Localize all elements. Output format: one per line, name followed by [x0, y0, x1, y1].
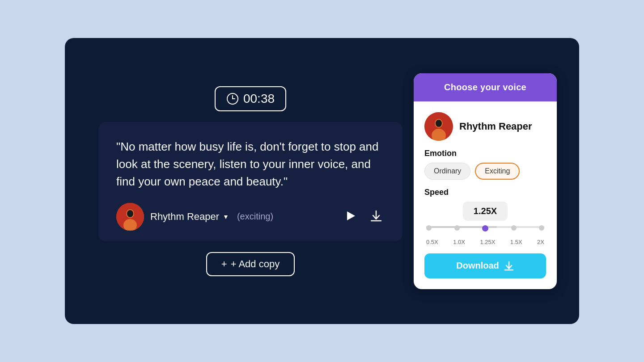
footer-voice-name[interactable]: Rhythm Reaper ▼ — [150, 211, 229, 223]
play-button[interactable] — [343, 208, 359, 225]
chevron-icon: ▼ — [223, 213, 229, 220]
panel-body: Rhythm Reaper Emotion Ordinary Exciting … — [414, 101, 557, 289]
speed-display: 1.25X — [424, 202, 546, 221]
emotion-buttons: Ordinary Exciting — [424, 163, 546, 180]
download-small-icon — [369, 209, 383, 223]
right-panel-voice-name: Rhythm Reaper — [459, 121, 532, 132]
panel-header-title: Choose your voice — [444, 82, 526, 92]
timer-display: 00:38 — [243, 92, 275, 106]
speed-label-1.5x: 1.5X — [510, 239, 522, 245]
svg-rect-11 — [436, 121, 441, 124]
speed-title: Speed — [424, 188, 546, 197]
voice-selector[interactable]: Rhythm Reaper — [424, 112, 546, 141]
download-small-button[interactable] — [368, 207, 385, 226]
speed-dots — [426, 225, 544, 232]
speed-section: Speed 1.25X 0.5X — [424, 188, 546, 245]
timer-badge: 00:38 — [215, 86, 286, 111]
panel-header: Choose your voice — [414, 73, 557, 101]
main-container: 00:38 "No matter how busy life is, don't… — [65, 38, 579, 324]
speed-value: 1.25X — [463, 202, 508, 221]
clock-icon — [226, 93, 239, 105]
download-icon — [504, 261, 514, 271]
emotion-tag: (exciting) — [237, 211, 273, 222]
speed-slider[interactable]: 0.5X 1.0X 1.25X 1.5X 2X — [424, 226, 546, 245]
exciting-button[interactable]: Exciting — [475, 163, 520, 180]
quote-text: "No matter how busy life is, don't forge… — [116, 138, 385, 190]
speed-label-1.25x: 1.25X — [480, 239, 495, 245]
left-panel: 00:38 "No matter how busy life is, don't… — [87, 86, 414, 276]
quote-card: "No matter how busy life is, don't forge… — [98, 122, 402, 241]
avatar-figure-large — [424, 112, 453, 141]
avatar-figure-small — [116, 203, 144, 231]
svg-rect-5 — [128, 212, 132, 215]
speed-dot-1.0 — [454, 225, 460, 231]
svg-marker-6 — [347, 211, 355, 220]
download-label: Download — [456, 261, 499, 271]
speed-dot-1.5 — [511, 225, 517, 231]
emotion-title: Emotion — [424, 149, 546, 158]
add-copy-button[interactable]: + + Add copy — [206, 252, 295, 276]
play-icon — [344, 210, 357, 222]
speed-label-0.5x: 0.5X — [426, 239, 438, 245]
speed-dot-1.25 — [482, 225, 488, 232]
avatar-large — [424, 112, 453, 141]
speed-labels: 0.5X 1.0X 1.25X 1.5X 2X — [426, 239, 544, 245]
avatar-small — [116, 203, 144, 231]
right-panel: Choose your voice Rhythm Reaper Emotion — [414, 73, 557, 289]
speed-dot-2.0 — [539, 225, 544, 231]
speed-label-2x: 2X — [537, 239, 544, 245]
emotion-section: Emotion Ordinary Exciting — [424, 149, 546, 180]
speed-dot-0.5 — [426, 225, 432, 231]
download-button[interactable]: Download — [424, 253, 546, 278]
ordinary-button[interactable]: Ordinary — [424, 163, 470, 180]
add-icon: + — [221, 258, 227, 270]
speed-label-1.0x: 1.0X — [453, 239, 465, 245]
quote-footer: Rhythm Reaper ▼ (exciting) — [116, 203, 385, 231]
footer-actions — [343, 207, 385, 226]
